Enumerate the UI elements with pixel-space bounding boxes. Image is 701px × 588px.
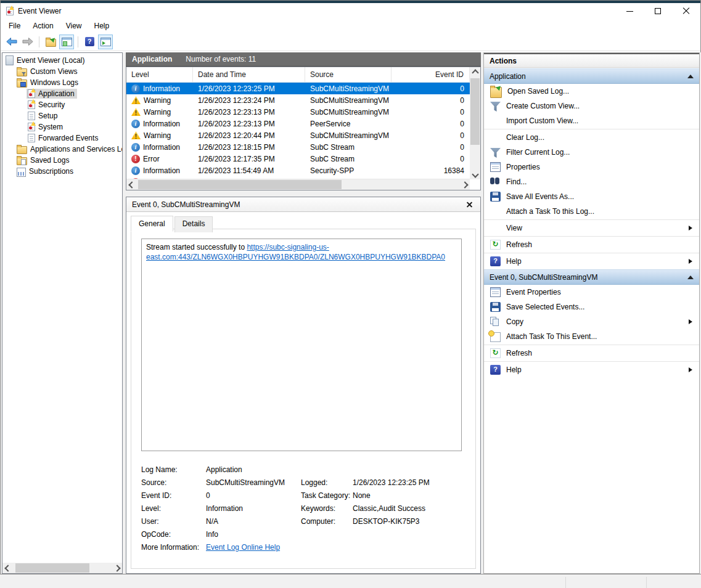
column-header-level[interactable]: Level	[126, 67, 193, 82]
cell-event-id: 0	[391, 143, 470, 152]
actions-section-event-0-subcmultistreamingvm[interactable]: Event 0, SubCMultiStreamingVM	[484, 269, 699, 285]
action-help[interactable]: Help	[484, 362, 699, 377]
action-attach-task-to-this-event[interactable]: Attach Task To This Event...	[484, 329, 699, 344]
tree-item-applications-and-services-logs[interactable]: Applications and Services Logs	[2, 144, 122, 155]
scroll-left-arrow[interactable]	[2, 563, 13, 573]
toolbar-show-console-tree-button[interactable]	[59, 35, 74, 49]
window-title: Event Viewer	[18, 7, 61, 15]
event-row[interactable]: Information1/26/2023 12:18:15 PMSubC Str…	[126, 141, 470, 153]
tree-item-application[interactable]: Application	[2, 88, 122, 99]
action-attach-a-task-to-this-log[interactable]: Attach a Task To this Log...	[484, 204, 699, 219]
action-import-custom-view[interactable]: Import Custom View...	[484, 113, 699, 128]
event-row[interactable]: Information1/26/2023 12:23:13 PMPeerServ…	[126, 118, 470, 129]
tree-item-subscriptions[interactable]: Subscriptions	[2, 166, 122, 177]
cell-datetime: 1/26/2023 12:23:13 PM	[193, 108, 305, 116]
action-save-all-events-as[interactable]: Save All Events As...	[484, 189, 699, 204]
actions-separator	[484, 361, 699, 362]
cell-source: SubC Stream	[305, 155, 391, 163]
action-view[interactable]: View	[484, 221, 699, 235]
event-row[interactable]: Warning1/26/2023 12:23:24 PMSubCMultiStr…	[126, 94, 470, 106]
list-vertical-scrollbar[interactable]	[470, 67, 480, 179]
menu-action[interactable]: Action	[27, 20, 59, 32]
action-find[interactable]: Find...	[484, 174, 699, 189]
event-row[interactable]: Warning1/26/2023 12:20:44 PMSubCMultiStr…	[126, 129, 470, 141]
minimize-button[interactable]	[615, 3, 644, 19]
action-refresh[interactable]: Refresh	[484, 346, 699, 361]
tree-item-security[interactable]: Security	[2, 99, 122, 110]
scrollbar-thumb[interactable]	[15, 563, 89, 573]
scroll-up-arrow[interactable]	[470, 67, 480, 78]
field-value-link[interactable]: Event Log Online Help	[206, 543, 301, 552]
tree-item-saved-logs[interactable]: Saved Logs	[2, 155, 122, 166]
scroll-right-arrow[interactable]	[112, 563, 122, 573]
list-horizontal-scrollbar[interactable]	[126, 179, 470, 190]
menu-help[interactable]: Help	[88, 20, 116, 32]
close-icon	[683, 7, 690, 15]
toolbar-separator	[39, 36, 39, 47]
action-label: Help	[506, 257, 683, 266]
cell-datetime: 1/26/2023 12:23:24 PM	[193, 96, 305, 105]
tree-item-label: Subscriptions	[29, 167, 73, 176]
menu-view[interactable]: View	[60, 20, 88, 32]
tab-general[interactable]: General	[131, 216, 173, 232]
tree-item-setup[interactable]: Setup	[2, 110, 122, 121]
scroll-down-arrow[interactable]	[470, 169, 480, 179]
action-save-selected-events[interactable]: Save Selected Events...	[484, 300, 699, 314]
toolbar-forward-button[interactable]	[20, 35, 35, 49]
cell-datetime: 1/26/2023 12:20:44 PM	[193, 131, 305, 140]
action-label: View	[506, 224, 683, 232]
tree-item-forwarded-events[interactable]: Forwarded Events	[2, 133, 122, 144]
tree-item-event-viewer-local[interactable]: Event Viewer (Local)	[2, 55, 122, 66]
scrollbar-thumb[interactable]	[470, 78, 480, 145]
tree-item-windows-logs[interactable]: Windows Logs	[2, 77, 122, 88]
event-row[interactable]: Information1/26/2023 11:54:49 AMSecurity…	[126, 165, 470, 176]
folder-filter-icon	[17, 68, 27, 76]
actions-section-application[interactable]: Application	[484, 68, 699, 84]
scrollbar-thumb[interactable]	[138, 180, 342, 189]
toolbar-show-action-pane-button[interactable]	[98, 35, 113, 49]
scroll-right-arrow[interactable]	[459, 179, 470, 190]
event-row[interactable]: Error1/26/2023 12:17:35 PMSubC Stream0	[126, 153, 470, 165]
cell-event-id: 0	[391, 108, 470, 116]
maximize-button[interactable]	[644, 3, 672, 19]
event-row[interactable]: Warning1/26/2023 12:23:13 PMSubCMultiStr…	[126, 106, 470, 118]
filter-icon	[490, 102, 501, 112]
cell-source: SubCMultiStreamingVM	[305, 84, 391, 93]
action-open-saved-log[interactable]: Open Saved Log...	[484, 84, 699, 99]
list-title: Application	[132, 55, 172, 63]
action-clear-log[interactable]: Clear Log...	[484, 130, 699, 145]
toolbar-help-button[interactable]	[82, 35, 97, 49]
menu-file[interactable]: File	[2, 20, 27, 32]
action-properties[interactable]: Properties	[484, 160, 699, 174]
tree-horizontal-scrollbar[interactable]	[2, 563, 122, 573]
tree-item-system[interactable]: System	[2, 121, 122, 133]
close-button[interactable]	[672, 3, 700, 19]
column-header-event-id[interactable]: Event ID	[391, 67, 470, 82]
scroll-left-arrow[interactable]	[126, 179, 137, 190]
window-controls	[615, 3, 700, 19]
action-filter-current-log[interactable]: Filter Current Log...	[484, 145, 699, 160]
tree-item-custom-views[interactable]: Custom Views	[2, 66, 122, 77]
column-header-source[interactable]: Source	[305, 67, 391, 82]
blank-icon	[490, 133, 501, 142]
actions-section-title: Event 0, SubCMultiStreamingVM	[490, 273, 597, 282]
action-copy[interactable]: Copy	[484, 314, 699, 329]
help-icon	[490, 365, 501, 375]
action-refresh[interactable]: Refresh	[484, 237, 699, 252]
export-log-icon	[46, 39, 56, 47]
action-event-properties[interactable]: Event Properties	[484, 285, 699, 300]
back-arrow-icon	[6, 38, 17, 46]
column-header-date-and-time[interactable]: Date and Time	[193, 67, 305, 82]
tab-details[interactable]: Details	[174, 216, 213, 232]
toolbar-export-log-button[interactable]	[43, 35, 58, 49]
action-label: Help	[506, 365, 683, 374]
preview-close-button[interactable]	[465, 200, 475, 210]
preview-tabs: GeneralDetails	[126, 216, 480, 232]
action-help[interactable]: Help	[484, 254, 699, 269]
action-create-custom-view[interactable]: Create Custom View...	[484, 99, 699, 113]
action-label: Save All Events As...	[506, 192, 694, 201]
toolbar-back-button[interactable]	[4, 35, 19, 49]
event-row[interactable]: Information1/26/2023 12:23:25 PMSubCMult…	[126, 83, 470, 94]
forward-arrow-icon	[22, 38, 33, 46]
event-log-icon	[28, 123, 35, 131]
